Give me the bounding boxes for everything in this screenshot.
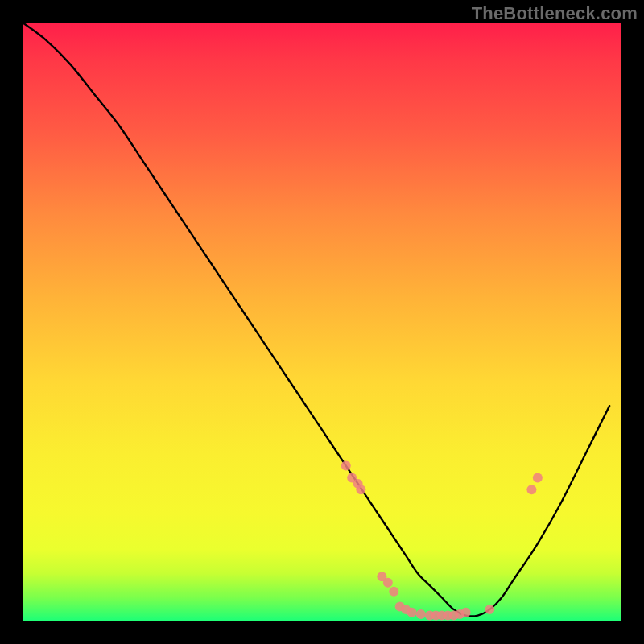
data-markers bbox=[341, 461, 543, 621]
data-marker bbox=[356, 485, 365, 494]
data-marker bbox=[401, 605, 411, 614]
data-marker bbox=[416, 609, 426, 619]
data-marker bbox=[485, 605, 494, 614]
data-marker bbox=[533, 473, 543, 482]
data-marker bbox=[377, 572, 386, 581]
bottleneck-curve bbox=[23, 23, 609, 616]
chart-frame: TheBottleneck.com bbox=[0, 0, 644, 644]
data-marker bbox=[407, 608, 417, 617]
data-marker bbox=[443, 611, 452, 621]
plot-area bbox=[23, 23, 621, 621]
data-marker bbox=[383, 578, 393, 588]
data-marker bbox=[437, 611, 447, 621]
data-marker bbox=[353, 479, 363, 489]
data-marker bbox=[449, 611, 459, 621]
data-marker bbox=[455, 609, 464, 619]
data-marker bbox=[341, 461, 351, 471]
data-marker bbox=[526, 485, 536, 494]
watermark-text: TheBottleneck.com bbox=[472, 3, 638, 24]
data-marker bbox=[389, 587, 398, 597]
data-marker bbox=[395, 601, 405, 611]
data-marker bbox=[431, 611, 440, 621]
data-marker bbox=[461, 608, 471, 617]
curve-overlay bbox=[23, 23, 621, 621]
data-marker bbox=[347, 473, 357, 482]
data-marker bbox=[425, 611, 435, 621]
